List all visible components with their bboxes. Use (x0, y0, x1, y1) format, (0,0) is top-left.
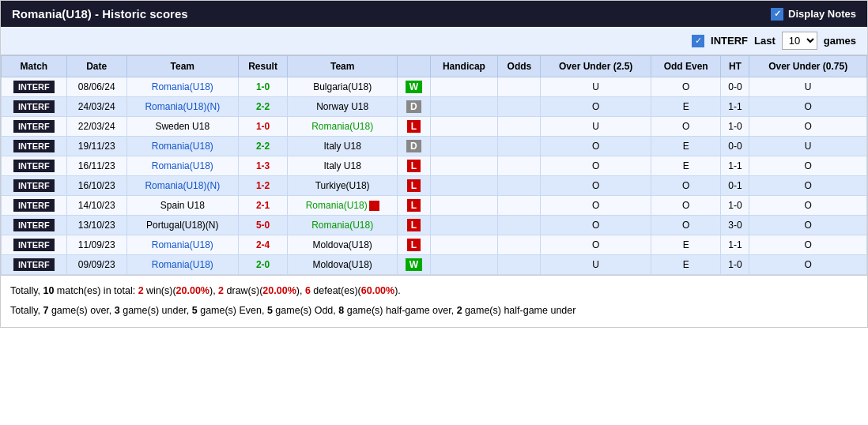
cell-date: 09/09/23 (66, 255, 126, 275)
cell-odd-even: E (651, 97, 721, 117)
cell-date: 19/11/23 (66, 137, 126, 156)
cell-team2[interactable]: Turkiye(U18) (288, 176, 398, 196)
cell-over-under-25: O (541, 97, 651, 117)
cell-ht: 1-1 (721, 156, 749, 176)
cell-team1[interactable]: Romania(U18) (126, 77, 238, 97)
interf-checkbox[interactable]: ✓ (692, 35, 704, 47)
cell-odds (498, 137, 541, 156)
col-date: Date (66, 56, 126, 77)
cell-odds (498, 235, 541, 255)
cell-handicap (430, 216, 498, 235)
cell-odd-even: E (651, 156, 721, 176)
cell-match: INTERF (2, 77, 67, 97)
cell-team2[interactable]: Romania(U18) (288, 216, 398, 235)
table-row: INTERF08/06/24Romania(U18)1-0Bulgaria(U1… (2, 77, 867, 97)
last-label: Last (754, 35, 776, 47)
cell-ht: 1-0 (721, 196, 749, 216)
cell-over-under-075: O (749, 235, 867, 255)
cell-team2[interactable]: Bulgaria(U18) (288, 77, 398, 97)
cell-result: 2-2 (238, 137, 287, 156)
col-odd-even: Odd Even (651, 56, 721, 77)
col-result: Result (238, 56, 287, 77)
cell-date: 11/09/23 (66, 235, 126, 255)
cell-team1[interactable]: Portugal(U18)(N) (126, 216, 238, 235)
filter-row: ✓ INTERF Last 5 10 15 20 25 30 games (1, 27, 867, 55)
cell-ht: 0-0 (721, 77, 749, 97)
col-team2: Team (288, 56, 398, 77)
cell-result: 1-2 (238, 176, 287, 196)
cell-odds (498, 117, 541, 137)
cell-wdl: W (398, 77, 430, 97)
cell-team2[interactable]: Moldova(U18) (288, 255, 398, 275)
cell-handicap (430, 235, 498, 255)
table-row: INTERF14/10/23Spain U182-1Romania(U18)LO… (2, 196, 867, 216)
cell-over-under-25: O (541, 235, 651, 255)
cell-result: 1-0 (238, 77, 287, 97)
cell-odd-even: E (651, 137, 721, 156)
cell-wdl: L (398, 216, 430, 235)
interf-badge: INTERF (13, 81, 55, 93)
cell-team2[interactable]: Romania(U18) (288, 117, 398, 137)
cell-odd-even: O (651, 176, 721, 196)
cell-team2[interactable]: Moldova(U18) (288, 235, 398, 255)
cell-over-under-25: O (541, 156, 651, 176)
cell-odd-even: O (651, 77, 721, 97)
table-row: INTERF22/03/24Sweden U181-0Romania(U18)L… (2, 117, 867, 137)
cell-odds (498, 77, 541, 97)
cell-date: 22/03/24 (66, 117, 126, 137)
cell-odd-even: O (651, 117, 721, 137)
header: Romania(U18) - Historic scores ✓ Display… (1, 1, 867, 27)
cell-match: INTERF (2, 156, 67, 176)
cell-over-under-25: O (541, 176, 651, 196)
cell-team1[interactable]: Romania(U18) (126, 137, 238, 156)
cell-team1[interactable]: Romania(U18) (126, 235, 238, 255)
summary: Totally, 10 match(es) in total: 2 win(s)… (1, 275, 867, 327)
cell-team1[interactable]: Spain U18 (126, 196, 238, 216)
interf-badge: INTERF (13, 199, 55, 212)
cell-result: 2-0 (238, 255, 287, 275)
cell-team1[interactable]: Romania(U18) (126, 255, 238, 275)
cell-wdl: L (398, 196, 430, 216)
cell-team2[interactable]: Italy U18 (288, 137, 398, 156)
cell-odd-even: E (651, 255, 721, 275)
cell-odds (498, 196, 541, 216)
cell-team2[interactable]: Italy U18 (288, 156, 398, 176)
col-over-under-25: Over Under (2.5) (541, 56, 651, 77)
cell-match: INTERF (2, 137, 67, 156)
col-match: Match (2, 56, 67, 77)
cell-team1[interactable]: Romania(U18) (126, 156, 238, 176)
col-ht: HT (721, 56, 749, 77)
cell-ht: 1-1 (721, 235, 749, 255)
interf-badge: INTERF (13, 100, 55, 113)
cell-ht: 3-0 (721, 216, 749, 235)
cell-date: 24/03/24 (66, 97, 126, 117)
cell-odd-even: E (651, 235, 721, 255)
cell-team1[interactable]: Romania(U18)(N) (126, 97, 238, 117)
cell-handicap (430, 77, 498, 97)
cell-odds (498, 255, 541, 275)
table-header-row: Match Date Team Result Team Handicap Odd… (2, 56, 867, 77)
cell-match: INTERF (2, 117, 67, 137)
cell-ht: 0-1 (721, 176, 749, 196)
cell-team1[interactable]: Sweden U18 (126, 117, 238, 137)
cell-team2[interactable]: Norway U18 (288, 97, 398, 117)
table-row: INTERF11/09/23Romania(U18)2-4Moldova(U18… (2, 235, 867, 255)
games-label: games (824, 35, 856, 47)
display-notes-checkbox[interactable]: ✓ (771, 8, 783, 21)
col-over-under-075: Over Under (0.75) (749, 56, 867, 77)
display-notes-label: Display Notes (788, 8, 856, 20)
cell-team2[interactable]: Romania(U18) (288, 196, 398, 216)
cell-odd-even: O (651, 196, 721, 216)
col-odds: Odds (498, 56, 541, 77)
games-select[interactable]: 5 10 15 20 25 30 (782, 32, 817, 50)
cell-team1[interactable]: Romania(U18)(N) (126, 176, 238, 196)
cell-over-under-075: U (749, 137, 867, 156)
cell-ht: 0-0 (721, 137, 749, 156)
cell-ht: 1-0 (721, 255, 749, 275)
cell-handicap (430, 156, 498, 176)
table-row: INTERF16/11/23Romania(U18)1-3Italy U18LO… (2, 156, 867, 176)
cell-match: INTERF (2, 97, 67, 117)
cell-over-under-25: O (541, 196, 651, 216)
cell-date: 13/10/23 (66, 216, 126, 235)
table-row: INTERF09/09/23Romania(U18)2-0Moldova(U18… (2, 255, 867, 275)
